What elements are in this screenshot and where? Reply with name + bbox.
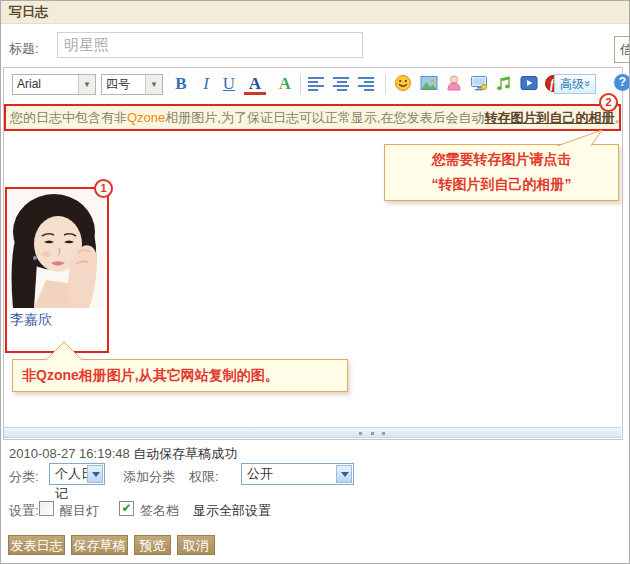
magic-emoticon-icon[interactable] — [445, 74, 463, 92]
blog-photo-annotated: 李嘉欣 — [5, 187, 109, 353]
annotation-badge-2: 2 — [599, 93, 618, 112]
cancel-button[interactable]: 取消 — [177, 535, 215, 555]
editor-resize-handle[interactable] — [4, 427, 621, 438]
editor-toolbar: Arial ▼ 四号 ▼ B I U A A — [4, 68, 621, 103]
emoticon-icon[interactable] — [394, 74, 412, 92]
save-draft-button[interactable]: 保存草稿 — [71, 535, 128, 555]
photo-caption-link[interactable]: 李嘉欣 — [10, 311, 52, 329]
advanced-button[interactable]: 高级» — [554, 74, 596, 94]
dropdown-arrow-icon[interactable] — [336, 465, 352, 483]
font-family-select[interactable]: Arial ▼ — [12, 74, 96, 95]
help-icon[interactable]: ? — [614, 74, 630, 91]
highlight-lamp-label[interactable]: 醒目灯 — [60, 502, 99, 520]
music-icon[interactable] — [495, 74, 513, 92]
stationery-button[interactable]: 信 — [614, 36, 630, 63]
toolbar-separator — [385, 75, 386, 94]
align-right-button[interactable] — [358, 77, 375, 92]
font-size-value: 四号 — [102, 75, 130, 94]
resize-grip-dots-icon — [359, 432, 385, 435]
dropdown-arrow-icon[interactable] — [87, 465, 103, 483]
autosave-timestamp: 2010-08-27 16:19:48 — [9, 446, 130, 461]
callout-line: “转图片到自己的相册” — [385, 172, 618, 197]
annotation-badge-1: 1 — [94, 179, 113, 198]
write-blog-window: 写日志 标题: 信 Arial ▼ 四号 ▼ B I U A A — [0, 0, 630, 564]
portrait-photo[interactable] — [8, 190, 104, 308]
signature-label[interactable]: 签名档 — [140, 502, 179, 520]
toolbar-separator — [300, 75, 301, 94]
dropdown-arrow-icon[interactable]: ▼ — [78, 75, 95, 94]
video-icon[interactable] — [520, 74, 538, 92]
notice-brand: Qzone — [127, 110, 165, 125]
align-center-button[interactable] — [333, 77, 350, 92]
underline-button[interactable]: U — [218, 73, 240, 95]
callout-nonqzone-hint: 非Qzone相册图片,从其它网站复制的图。 — [12, 359, 348, 392]
image-icon[interactable] — [420, 74, 438, 92]
art-text-button[interactable]: A — [274, 73, 296, 95]
autosave-message: 自动保存草稿成功 — [133, 446, 237, 461]
transfer-photos-link[interactable]: 转存图片到自己的相册 — [485, 110, 615, 125]
chevron-double-down-icon: » — [578, 80, 597, 86]
align-left-button[interactable] — [308, 77, 325, 92]
publish-button[interactable]: 发表日志 — [8, 535, 65, 555]
dropdown-arrow-icon[interactable]: ▼ — [145, 75, 162, 94]
notice-text: 相册图片,为了保证日志可以正常显示,在您发表后会自动 — [165, 110, 484, 125]
permission-label: 权限: — [189, 468, 219, 486]
callout-transfer-hint: 您需要转存图片请点击 “转图片到自己的相册” — [384, 144, 619, 201]
callout-line: 您需要转存图片请点击 — [385, 147, 618, 172]
window-header: 写日志 — [1, 1, 629, 24]
transfer-notice-bar: 您的日志中包含有非Qzone相册图片,为了保证日志可以正常显示,在您发表后会自动… — [4, 104, 621, 131]
preview-button[interactable]: 预览 — [134, 535, 171, 555]
show-all-settings-link[interactable]: 显示全部设置 — [193, 502, 271, 520]
notice-text: 您的日志中包含有非 — [10, 110, 127, 125]
page-title: 写日志 — [9, 1, 629, 23]
permission-select[interactable]: 公开 — [241, 463, 354, 485]
autosave-status: 2010-08-27 16:19:48 自动保存草稿成功 — [9, 445, 237, 463]
callout-tail — [41, 339, 87, 360]
settings-label: 设置: — [9, 502, 39, 520]
notice-period: 。 — [615, 110, 621, 125]
font-family-value: Arial — [13, 75, 41, 94]
font-color-button[interactable]: A — [244, 75, 266, 95]
category-label: 分类: — [9, 468, 39, 486]
permission-value: 公开 — [242, 464, 273, 484]
bold-button[interactable]: B — [170, 73, 192, 95]
screenshot-icon[interactable] — [470, 74, 488, 92]
signature-checkbox[interactable]: ✔ — [119, 501, 134, 516]
category-select[interactable]: 个人日记 — [49, 463, 105, 485]
highlight-lamp-checkbox[interactable] — [39, 501, 54, 516]
italic-button[interactable]: I — [195, 73, 217, 95]
title-input[interactable] — [57, 32, 363, 58]
add-category-link[interactable]: 添加分类 — [123, 468, 175, 486]
font-size-select[interactable]: 四号 ▼ — [101, 74, 163, 95]
title-label: 标题: — [9, 40, 39, 58]
callout-tail — [549, 129, 611, 146]
